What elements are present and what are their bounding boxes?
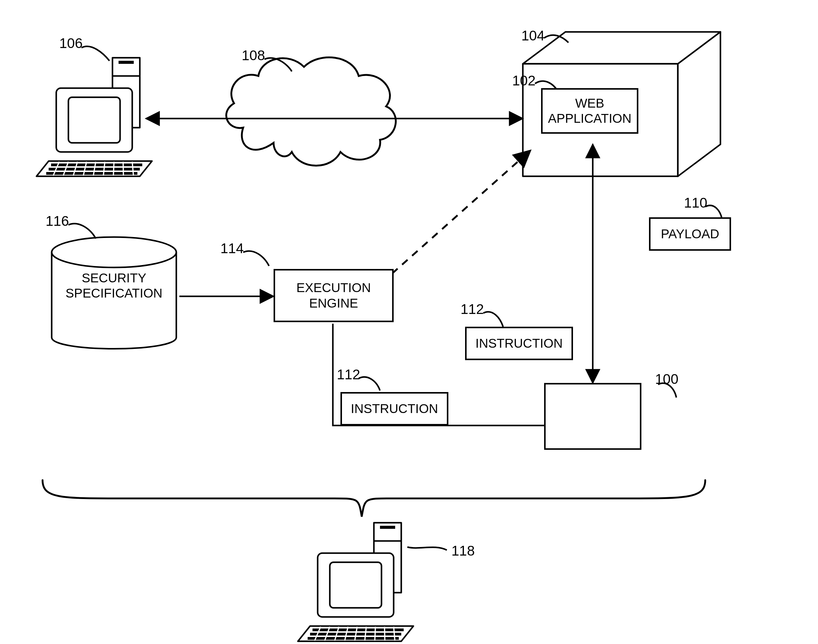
ref-100: 100 (655, 371, 678, 387)
ref-114: 114 (220, 240, 244, 256)
diagram-canvas: WEB APPLICATION PAYLOAD EXECUTION ENGINE… (0, 0, 818, 644)
svg-rect-9 (51, 164, 142, 166)
web-application-box: WEB APPLICATION (541, 88, 638, 134)
ref-116: 116 (46, 213, 69, 229)
curly-brace-icon (43, 480, 705, 517)
computer-top-left-icon (37, 58, 152, 176)
computer-bottom-icon (298, 523, 413, 641)
ref-102: 102 (512, 72, 536, 89)
svg-rect-28 (313, 629, 404, 631)
svg-rect-5 (118, 61, 134, 64)
ref-112-left: 112 (337, 366, 360, 383)
ref-104: 104 (521, 28, 545, 44)
ref-108: 108 (242, 47, 265, 63)
ref-118: 118 (451, 543, 475, 559)
svg-line-19 (123, 162, 123, 176)
instruction-box-right: INSTRUCTION (465, 327, 573, 360)
svg-point-21 (52, 237, 176, 267)
connector-engine-webapp-dashed (392, 150, 531, 273)
ref-110: 110 (684, 195, 708, 211)
instruction-box-left: INSTRUCTION (341, 392, 448, 425)
svg-rect-7 (68, 97, 120, 143)
security-specification-label: SECURITY SPECIFICATION (52, 270, 176, 301)
svg-line-18 (114, 162, 114, 176)
svg-rect-24 (380, 526, 395, 529)
ref-112-right: 112 (460, 301, 484, 317)
svg-line-37 (375, 627, 375, 641)
execution-engine-box: EXECUTION ENGINE (273, 269, 394, 322)
svg-rect-26 (330, 562, 382, 608)
box-100 (544, 383, 642, 450)
cloud-icon (226, 57, 396, 166)
payload-box: PAYLOAD (649, 217, 731, 251)
svg-layer (0, 0, 818, 644)
ref-106: 106 (59, 35, 83, 51)
